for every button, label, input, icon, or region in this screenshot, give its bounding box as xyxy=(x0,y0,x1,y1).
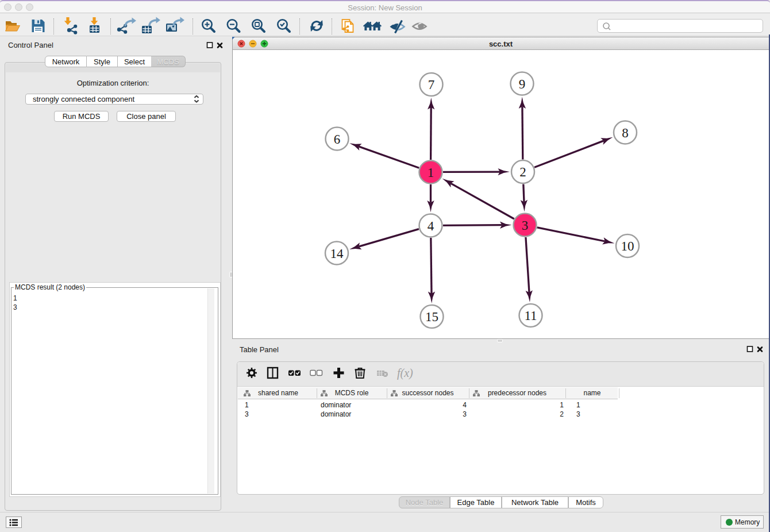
svg-text:4: 4 xyxy=(428,219,434,233)
svg-text:10: 10 xyxy=(621,239,634,253)
svg-text:9: 9 xyxy=(519,77,526,91)
svg-text:2: 2 xyxy=(519,165,526,179)
svg-text:f(x): f(x) xyxy=(397,367,413,380)
svg-text:15: 15 xyxy=(425,310,438,324)
svg-text:11: 11 xyxy=(524,309,537,323)
svg-text:3: 3 xyxy=(522,218,529,233)
svg-text:8: 8 xyxy=(622,126,629,140)
svg-text:6: 6 xyxy=(334,132,341,147)
svg-text:14: 14 xyxy=(330,246,344,261)
svg-text:1: 1 xyxy=(428,165,434,180)
svg-text:7: 7 xyxy=(428,78,435,92)
